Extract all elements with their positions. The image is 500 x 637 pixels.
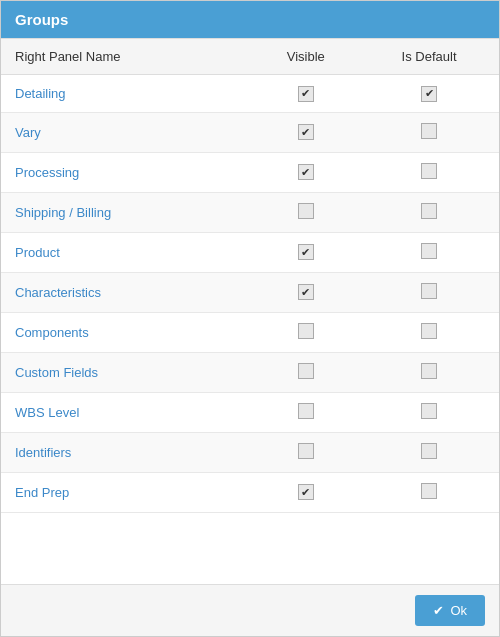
isdefault-checkbox[interactable] [421,203,437,219]
groups-table: Right Panel Name Visible Is Default Deta… [1,39,499,513]
isdefault-checkbox[interactable] [421,323,437,339]
table-header-row: Right Panel Name Visible Is Default [1,39,499,75]
row-name: Identifiers [1,432,252,472]
row-name: WBS Level [1,392,252,432]
visible-checkbox[interactable] [298,86,314,102]
table-row: Components [1,312,499,352]
visible-checkbox[interactable] [298,484,314,500]
row-name: Vary [1,112,252,152]
isdefault-checkbox[interactable] [421,86,437,102]
col-isdefault-header: Is Default [359,39,499,75]
isdefault-checkbox[interactable] [421,163,437,179]
table-wrapper[interactable]: Right Panel Name Visible Is Default Deta… [1,38,499,584]
isdefault-checkbox[interactable] [421,403,437,419]
visible-checkbox[interactable] [298,403,314,419]
row-isdefault-cell [359,232,499,272]
isdefault-checkbox[interactable] [421,483,437,499]
table-row: Product [1,232,499,272]
row-name: Detailing [1,75,252,113]
row-name: Characteristics [1,272,252,312]
isdefault-checkbox[interactable] [421,123,437,139]
row-isdefault-cell [359,192,499,232]
visible-checkbox[interactable] [298,244,314,260]
col-name-header: Right Panel Name [1,39,252,75]
row-visible-cell [252,352,359,392]
row-visible-cell [252,392,359,432]
check-icon: ✔ [433,603,444,618]
panel-title: Groups [15,11,68,28]
row-visible-cell [252,75,359,113]
row-isdefault-cell [359,472,499,512]
isdefault-checkbox[interactable] [421,363,437,379]
panel-footer: ✔ Ok [1,584,499,636]
isdefault-checkbox[interactable] [421,283,437,299]
table-row: Processing [1,152,499,192]
row-visible-cell [252,232,359,272]
row-visible-cell [252,312,359,352]
table-row: Shipping / Billing [1,192,499,232]
row-visible-cell [252,192,359,232]
row-isdefault-cell [359,75,499,113]
row-isdefault-cell [359,392,499,432]
row-visible-cell [252,272,359,312]
groups-panel: Groups Right Panel Name Visible Is Defau… [0,0,500,637]
table-row: Custom Fields [1,352,499,392]
visible-checkbox[interactable] [298,203,314,219]
row-name: Shipping / Billing [1,192,252,232]
row-visible-cell [252,472,359,512]
row-isdefault-cell [359,112,499,152]
row-isdefault-cell [359,272,499,312]
visible-checkbox[interactable] [298,363,314,379]
row-isdefault-cell [359,352,499,392]
row-name: End Prep [1,472,252,512]
row-name: Product [1,232,252,272]
visible-checkbox[interactable] [298,323,314,339]
table-row: Detailing [1,75,499,113]
row-name: Processing [1,152,252,192]
visible-checkbox[interactable] [298,164,314,180]
col-visible-header: Visible [252,39,359,75]
visible-checkbox[interactable] [298,124,314,140]
row-name: Custom Fields [1,352,252,392]
isdefault-checkbox[interactable] [421,443,437,459]
visible-checkbox[interactable] [298,443,314,459]
ok-button[interactable]: ✔ Ok [415,595,485,626]
visible-checkbox[interactable] [298,284,314,300]
isdefault-checkbox[interactable] [421,243,437,259]
ok-label: Ok [450,603,467,618]
table-row: Identifiers [1,432,499,472]
row-isdefault-cell [359,432,499,472]
table-row: Vary [1,112,499,152]
row-isdefault-cell [359,152,499,192]
row-name: Components [1,312,252,352]
panel-header: Groups [1,1,499,38]
row-isdefault-cell [359,312,499,352]
row-visible-cell [252,432,359,472]
table-row: End Prep [1,472,499,512]
row-visible-cell [252,152,359,192]
row-visible-cell [252,112,359,152]
table-row: WBS Level [1,392,499,432]
table-row: Characteristics [1,272,499,312]
